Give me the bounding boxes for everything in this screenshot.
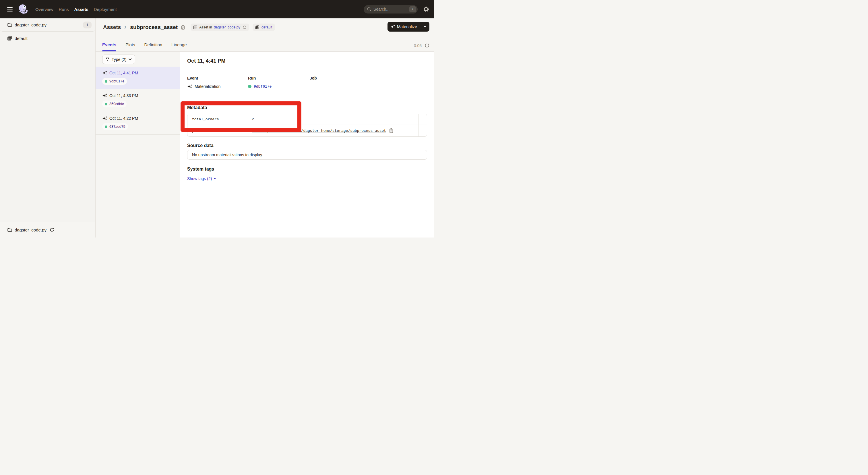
asset-count-badge: 1 xyxy=(83,22,92,28)
event-time-link[interactable]: Oct 11, 4:22 PM xyxy=(110,116,138,121)
event-detail-panel: Oct 11, 4:41 PM Event Materialization xyxy=(180,52,434,237)
nav-item-runs[interactable]: Runs xyxy=(59,7,69,12)
metadata-heading: Metadata xyxy=(187,105,427,110)
asset-in-label: Asset in xyxy=(199,25,212,29)
filter-funnel-icon xyxy=(105,57,110,61)
nav-item-deployment[interactable]: Deployment xyxy=(94,7,117,12)
run-success-dot xyxy=(105,125,107,128)
nav-item-overview[interactable]: Overview xyxy=(35,7,53,12)
search-shortcut-key: / xyxy=(409,6,416,12)
event-detail-title: Oct 11, 4:41 PM xyxy=(187,58,427,64)
materialize-dropdown-button[interactable] xyxy=(420,22,429,32)
run-id-badge[interactable]: 359cdbfc xyxy=(102,100,127,108)
run-column-label: Run xyxy=(248,76,310,81)
sidebar-footer-code-location[interactable]: dagster_code.py xyxy=(0,222,95,237)
materialization-sparkle-icon xyxy=(102,70,107,76)
tab-events[interactable]: Events xyxy=(102,42,116,51)
system-tags-heading: System tags xyxy=(187,167,427,172)
type-filter-button[interactable]: Type (2) xyxy=(102,55,135,64)
folder-icon xyxy=(7,228,12,232)
top-nav: Overview Runs Assets Deployment / xyxy=(0,0,434,19)
metadata-key: total_orders xyxy=(187,114,247,125)
chevron-down-icon xyxy=(128,57,132,61)
tab-lineage[interactable]: Lineage xyxy=(172,42,187,51)
materialization-sparkle-icon xyxy=(102,93,107,98)
primary-nav: Overview Runs Assets Deployment xyxy=(35,7,117,12)
asset-group-name: default xyxy=(14,36,28,41)
refresh-countdown: 0:05 xyxy=(414,43,422,48)
materialize-sparkle-icon xyxy=(391,24,395,29)
event-time-link[interactable]: Oct 11, 4:41 PM xyxy=(110,71,138,75)
run-id-link[interactable]: 9dbf617e xyxy=(254,84,272,89)
run-success-dot xyxy=(248,85,251,88)
hamburger-menu-icon[interactable] xyxy=(7,7,12,11)
event-column-label: Event xyxy=(187,76,248,81)
search-icon xyxy=(367,7,371,11)
job-column-label: Job xyxy=(310,76,427,81)
materialize-split-button: Materialize xyxy=(388,22,429,32)
sidebar-code-location[interactable]: dagster_code.py 1 xyxy=(0,19,95,32)
sidebar-group-default[interactable]: default xyxy=(0,33,95,43)
source-data-empty-state: No upstream materializations to display. xyxy=(187,150,427,160)
reload-code-location-icon[interactable] xyxy=(50,228,54,232)
materialize-button[interactable]: Materialize xyxy=(388,22,420,32)
code-location-link[interactable]: dagster_code.py xyxy=(214,25,240,29)
metadata-row: total_orders 2 xyxy=(187,114,427,125)
dagster-logo[interactable] xyxy=(18,4,28,14)
run-id-badge[interactable]: 637aed75 xyxy=(102,123,128,130)
asset-table-icon xyxy=(193,25,197,30)
asset-group-icon xyxy=(7,36,12,41)
materialize-label: Materialize xyxy=(397,24,417,29)
asset-tabs: Events Plots Definition Lineage 0:05 xyxy=(96,36,434,52)
breadcrumb-assets-link[interactable]: Assets xyxy=(103,24,121,30)
tab-definition[interactable]: Definition xyxy=(144,42,162,51)
materialization-sparkle-icon xyxy=(187,84,192,89)
settings-gear-icon[interactable] xyxy=(423,6,429,12)
asset-group-icon xyxy=(255,25,259,30)
global-search[interactable]: / xyxy=(364,5,417,13)
caret-down-icon xyxy=(214,178,216,180)
show-tags-toggle[interactable]: Show tags (2) xyxy=(187,176,216,181)
search-input[interactable] xyxy=(373,7,407,11)
event-list-pane: Type (2) Oct 11, 4:41 PM xyxy=(96,52,180,237)
metadata-row-end-cell xyxy=(419,114,427,125)
run-id-label: 9dbf617e xyxy=(110,79,124,83)
event-time-link[interactable]: Oct 11, 4:33 PM xyxy=(110,93,138,98)
page-title: subprocess_asset xyxy=(130,24,178,30)
footer-code-location-name: dagster_code.py xyxy=(14,228,46,232)
run-id-badge[interactable]: 9dbf617e xyxy=(102,78,127,85)
group-tag-default[interactable]: default xyxy=(253,24,275,31)
asset-in-tag: Asset in dagster_code.py xyxy=(191,24,249,31)
metadata-table: total_orders 2 path /Users/yuhan/dev/loc… xyxy=(187,114,427,137)
asset-sidebar: dagster_code.py 1 default dagster_code.p… xyxy=(0,19,96,237)
run-success-dot xyxy=(105,80,107,83)
reload-definitions-icon[interactable] xyxy=(243,25,247,29)
page-header: Assets subprocess_asset Asset in dagster… xyxy=(96,19,434,36)
event-list-item[interactable]: Oct 11, 4:33 PM 359cdbfc xyxy=(96,89,180,112)
breadcrumb-chevron-icon xyxy=(123,25,127,29)
tab-plots[interactable]: Plots xyxy=(125,42,135,51)
source-data-heading: Source data xyxy=(187,143,427,148)
event-list-item[interactable]: Oct 11, 4:22 PM 637aed75 xyxy=(96,112,180,135)
metadata-row: path /Users/yuhan/dev/local/dagster_home… xyxy=(187,125,427,137)
caret-down-icon xyxy=(423,26,427,28)
show-tags-label: Show tags (2) xyxy=(187,176,212,181)
run-id-label: 637aed75 xyxy=(110,125,125,129)
metadata-key: path xyxy=(187,125,247,137)
copy-path-icon[interactable] xyxy=(389,128,394,133)
refresh-page-icon[interactable] xyxy=(425,43,429,48)
job-empty-value: — xyxy=(310,84,314,89)
metadata-value: 2 xyxy=(252,117,254,121)
type-filter-label: Type (2) xyxy=(112,57,126,62)
divider xyxy=(187,70,427,70)
copy-asset-name-icon[interactable] xyxy=(181,25,185,30)
group-link[interactable]: default xyxy=(261,25,272,29)
materialization-sparkle-icon xyxy=(102,116,107,121)
run-id-label: 359cdbfc xyxy=(110,102,124,106)
folder-icon xyxy=(7,22,12,27)
metadata-path-link[interactable]: /Users/yuhan/dev/local/dagster_home/stor… xyxy=(252,129,386,133)
code-location-name: dagster_code.py xyxy=(14,22,46,27)
run-success-dot xyxy=(105,103,107,106)
event-list-item[interactable]: Oct 11, 4:41 PM 9dbf617e xyxy=(96,67,180,89)
nav-item-assets[interactable]: Assets xyxy=(74,7,88,12)
